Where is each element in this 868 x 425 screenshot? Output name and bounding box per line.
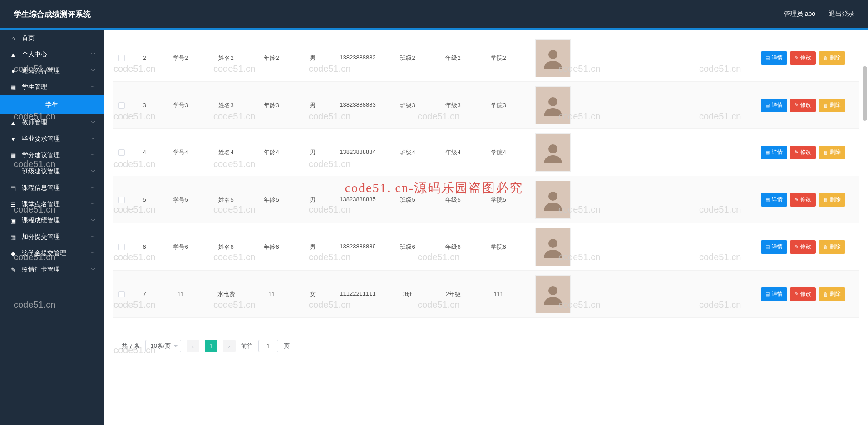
nav-label: 班级建议管理 (22, 168, 60, 176)
detail-icon: ▤ (765, 102, 770, 108)
table-row: 6学号6姓名6年龄6男13823888886班级6年级6学院6▤详情✎修改🗑删除 (113, 223, 859, 271)
delete-icon: 🗑 (823, 103, 828, 108)
cell-index: 4 (131, 147, 158, 158)
cell-index: 6 (131, 242, 158, 252)
cell-student-no: 学号2 (158, 52, 203, 64)
edit-button[interactable]: ✎修改 (790, 287, 816, 301)
delete-button[interactable]: 🗑删除 (819, 51, 845, 65)
nav-item-5[interactable]: ▦学分建议管理﹀ (0, 147, 104, 163)
detail-button[interactable]: ▤详情 (761, 51, 787, 65)
detail-button[interactable]: ▤详情 (761, 146, 787, 159)
cell-age: 11 (249, 289, 294, 299)
bars-icon: ≡ (9, 168, 17, 175)
next-page-button[interactable]: › (223, 340, 236, 352)
cell-sex: 男 (294, 241, 330, 253)
chevron-down-icon: ﹀ (91, 234, 95, 240)
table-row: 5学号5姓名5年龄5男13823888885班级5年级5学院5▤详情✎修改🗑删除 (113, 176, 859, 223)
cell-sex: 男 (294, 147, 330, 158)
nav-label: 教师管理 (22, 119, 47, 127)
nav-item-12[interactable]: ✎疫情打卡管理﹀ (0, 262, 104, 278)
edit-icon: ✎ (794, 244, 799, 250)
delete-button[interactable]: 🗑删除 (819, 193, 845, 207)
prev-page-button[interactable]: ‹ (187, 340, 199, 352)
detail-button[interactable]: ▤详情 (761, 99, 787, 112)
delete-button[interactable]: 🗑删除 (819, 99, 845, 112)
nav-label: 个人中心 (22, 50, 47, 59)
row-checkbox[interactable] (118, 55, 125, 61)
delete-icon: 🗑 (823, 197, 828, 203)
nav-item-9[interactable]: ▣课程成绩管理﹀ (0, 212, 104, 229)
edit-button[interactable]: ✎修改 (790, 99, 816, 112)
doc-icon: ▤ (9, 185, 17, 192)
cell-grade: 年级6 (430, 241, 476, 253)
cell-age: 年龄3 (249, 99, 294, 111)
cell-phone: 13823888882 (330, 52, 385, 64)
cell-college: 学院3 (476, 99, 521, 111)
cell-grade: 年级4 (430, 147, 476, 158)
user-icon: ▲ (9, 51, 17, 58)
cell-sex: 男 (294, 52, 330, 64)
edit-button[interactable]: ✎修改 (790, 240, 816, 254)
nav-item-2[interactable]: ▦学生管理﹀ (0, 79, 104, 95)
edit-button[interactable]: ✎修改 (790, 193, 816, 207)
cell-phone: 11122211111 (330, 288, 385, 300)
goto-page-input[interactable] (258, 340, 278, 352)
nav-item-10[interactable]: ▦加分提交管理﹀ (0, 229, 104, 245)
detail-button[interactable]: ▤详情 (761, 240, 787, 254)
student-table: 2学号2姓名2年龄2男13823888882班级2年级2学院2▤详情✎修改🗑删除… (113, 35, 859, 318)
nav-sub-student[interactable]: 学生 (0, 95, 104, 114)
current-user[interactable]: 管理员 abo (784, 10, 815, 18)
delete-button[interactable]: 🗑删除 (819, 287, 845, 301)
svg-point-4 (548, 239, 557, 248)
chevron-down-icon: ﹀ (91, 185, 95, 191)
row-checkbox[interactable] (118, 102, 125, 109)
bell-icon: ● (9, 68, 17, 74)
table-row: 3学号3姓名3年龄3男13823888883班级3年级3学院3▤详情✎修改🗑删除 (113, 82, 859, 129)
cell-name: 姓名3 (203, 99, 249, 111)
detail-icon: ▤ (765, 149, 770, 155)
cell-student-no: 学号5 (158, 194, 203, 206)
row-checkbox[interactable] (118, 291, 125, 297)
row-checkbox[interactable] (118, 244, 125, 250)
detail-button[interactable]: ▤详情 (761, 287, 787, 301)
nav-item-3[interactable]: ▲教师管理﹀ (0, 114, 104, 131)
page-size-select[interactable]: 10条/页 (145, 340, 181, 352)
nav-item-8[interactable]: ☰课堂点名管理﹀ (0, 196, 104, 212)
delete-button[interactable]: 🗑删除 (819, 146, 845, 159)
cell-name: 姓名2 (203, 52, 249, 64)
detail-button[interactable]: ▤详情 (761, 193, 787, 207)
page-1-button[interactable]: 1 (205, 340, 217, 352)
app-header: 学生综合成绩测评系统 管理员 abo 退出登录 (0, 0, 868, 28)
nav-item-11[interactable]: ◆奖学金提交管理﹀ (0, 245, 104, 262)
goto-suffix: 页 (284, 342, 290, 350)
logout-link[interactable]: 退出登录 (829, 10, 854, 18)
nav-label: 首页 (22, 34, 35, 42)
nav-item-1[interactable]: ●通知公告管理﹀ (0, 63, 104, 79)
student-avatar (535, 39, 571, 77)
cell-grade: 年级3 (430, 99, 476, 111)
nav-item-6[interactable]: ≡班级建议管理﹀ (0, 163, 104, 180)
cell-class: 班级4 (385, 147, 430, 158)
cell-grade: 年级2 (430, 52, 476, 64)
detail-icon: ▤ (765, 244, 770, 250)
edit-icon: ✎ (794, 102, 799, 108)
cell-name: 水电费 (203, 288, 249, 300)
nav-home[interactable]: ⌂ 首页 (0, 30, 104, 46)
row-checkbox[interactable] (118, 197, 125, 203)
cell-student-no: 学号4 (158, 147, 203, 158)
scrollbar[interactable] (863, 66, 867, 121)
edit-button[interactable]: ✎修改 (790, 146, 816, 159)
svg-point-2 (548, 144, 557, 153)
nav-item-0[interactable]: ▲个人中心﹀ (0, 46, 104, 63)
chevron-down-icon: ﹀ (91, 250, 95, 257)
cell-name: 姓名6 (203, 241, 249, 253)
nav-item-7[interactable]: ▤课程信息管理﹀ (0, 180, 104, 196)
cell-index: 2 (131, 53, 158, 63)
row-checkbox[interactable] (118, 149, 125, 156)
nav-item-4[interactable]: ▼毕业要求管理﹀ (0, 131, 104, 147)
grid-icon: ▦ (9, 234, 17, 241)
cell-age: 年龄4 (249, 147, 294, 158)
edit-button[interactable]: ✎修改 (790, 51, 816, 65)
delete-button[interactable]: 🗑删除 (819, 240, 845, 254)
pager-total: 共 7 条 (122, 342, 140, 350)
